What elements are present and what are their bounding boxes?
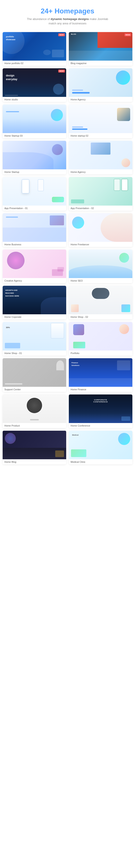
badge-new: NEW — [58, 33, 65, 36]
card-home-shop-02[interactable]: Home Shop - 02 — [69, 286, 132, 319]
card-label: Home Startup — [3, 169, 66, 175]
badge-new: NEW — [58, 70, 65, 72]
title-count: 24+ — [41, 7, 53, 15]
badge-new: NEW — [125, 33, 131, 36]
card-home-business[interactable]: Home Business — [3, 213, 66, 247]
card-label: App Presentation - 02 — [69, 206, 132, 211]
card-home-freelancer[interactable]: Home Freelancer — [69, 213, 132, 247]
card-label: Support Center — [3, 387, 66, 392]
card-blog-magazine[interactable]: BLOG NEW Blog magazine — [69, 32, 132, 66]
page-wrapper: 24+ Homepages The abundance of dynamic h… — [0, 0, 135, 471]
card-home-agency-2[interactable]: Home Agency — [69, 141, 132, 175]
card-label: Home Business — [3, 242, 66, 247]
card-label: Medical Clinic — [69, 459, 132, 464]
card-portfolio[interactable]: Portfolio — [69, 322, 132, 355]
card-thumbnail — [3, 358, 66, 387]
card-thumbnail — [3, 249, 66, 278]
card-thumbnail — [69, 286, 132, 314]
card-label: Home portfolio 02 — [3, 61, 66, 66]
card-label: Home Agency — [69, 97, 132, 102]
card-thumbnail — [3, 141, 66, 169]
card-creative-agency[interactable]: Creative Agency — [3, 249, 66, 283]
card-home-product[interactable]: Home Product — [3, 395, 66, 428]
card-thumbnail — [69, 322, 132, 350]
card-thumbnail: designeveryday — [3, 68, 66, 97]
card-label: Home Finance — [69, 387, 132, 392]
card-label: Blog magazine — [69, 61, 132, 66]
card-label: Home Startup 03 — [3, 133, 66, 138]
page-subtitle: The abundance of dynamic homepage design… — [4, 17, 131, 26]
page-header: 24+ Homepages The abundance of dynamic h… — [0, 0, 135, 30]
card-label: Home Conference — [69, 423, 132, 428]
card-home-startup[interactable]: Home Startup — [3, 141, 66, 175]
card-label: Home studio — [3, 97, 66, 102]
card-thumbnail — [69, 177, 132, 206]
card-thumbnail: BLOG — [69, 32, 132, 61]
card-thumbnail — [69, 68, 132, 97]
card-label: Home Shop - 01 — [3, 350, 66, 355]
card-thumbnail: CORPORATECONFERENCE — [69, 395, 132, 423]
card-thumbnail: GROWTH ANDREACHEDSUCCESS HERE — [3, 286, 66, 314]
card-home-agency-1[interactable]: Home Agency — [69, 68, 132, 102]
card-label: Home Agency — [69, 169, 132, 175]
card-label: Home Blog — [3, 459, 66, 464]
card-home-startup-03[interactable]: Home Startup 03 — [3, 104, 66, 138]
card-thumbnail — [69, 249, 132, 278]
card-label: Home SEO — [69, 278, 132, 283]
card-app-presentation-01[interactable]: App Presentation - 01 — [3, 177, 66, 211]
card-home-finance[interactable]: FinanceSolutions Home Finance — [69, 358, 132, 392]
card-thumbnail — [3, 177, 66, 206]
card-label: Home startup 02 — [69, 133, 132, 138]
card-thumbnail — [69, 213, 132, 242]
card-home-startup-02[interactable]: Home startup 02 — [69, 104, 132, 138]
card-support-center[interactable]: Support Center — [3, 358, 66, 392]
card-home-shop-01[interactable]: 30% Home Shop - 01 — [3, 322, 66, 355]
card-thumbnail: 30% — [3, 322, 66, 350]
card-thumbnail — [69, 141, 132, 169]
card-home-seo[interactable]: Home SEO — [69, 249, 132, 283]
card-label: Home Product — [3, 423, 66, 428]
card-home-blog[interactable]: Home Blog — [3, 431, 66, 464]
card-thumbnail — [3, 213, 66, 242]
card-home-studio[interactable]: designeveryday NEW Home studio — [3, 68, 66, 102]
card-thumbnail: portfolioshowcase — [3, 32, 66, 61]
card-home-portfolio-02[interactable]: portfolioshowcase NEW Home portfolio 02 — [3, 32, 66, 66]
card-label: Home Shop - 02 — [69, 314, 132, 319]
card-label: Home Coporate — [3, 314, 66, 319]
card-label: Home Freelancer — [69, 242, 132, 247]
card-app-presentation-02[interactable]: App Presentation - 02 — [69, 177, 132, 211]
card-thumbnail — [3, 431, 66, 459]
card-label: Portfolio — [69, 350, 132, 355]
card-medical-clinic[interactable]: Medical Medical Clinic — [69, 431, 132, 464]
card-thumbnail — [69, 104, 132, 133]
card-thumbnail — [3, 104, 66, 133]
homepage-grid: portfolioshowcase NEW Home portfolio 02 … — [0, 30, 135, 471]
page-title: 24+ Homepages — [4, 7, 131, 15]
card-home-corporate[interactable]: GROWTH ANDREACHEDSUCCESS HERE Home Copor… — [3, 286, 66, 319]
card-thumbnail — [3, 395, 66, 423]
card-thumbnail: FinanceSolutions — [69, 358, 132, 387]
card-label: App Presentation - 01 — [3, 206, 66, 211]
title-suffix: Homepages — [53, 7, 94, 15]
card-home-conference[interactable]: CORPORATECONFERENCE Home Conference — [69, 395, 132, 428]
card-thumbnail: Medical — [69, 431, 132, 459]
card-label: Creative Agency — [3, 278, 66, 283]
